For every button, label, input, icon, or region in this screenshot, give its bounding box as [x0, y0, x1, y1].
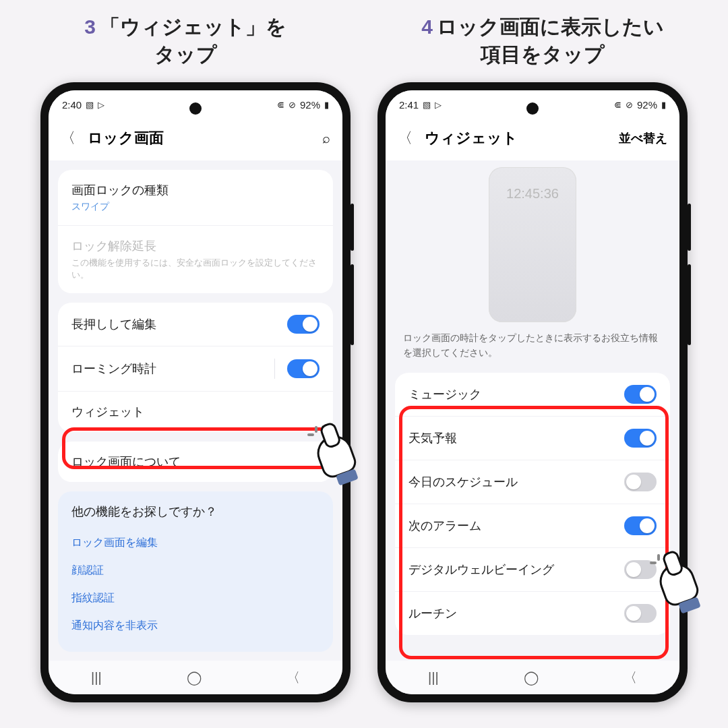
divider: [274, 359, 275, 379]
wifi-icon: ⋐: [614, 100, 621, 110]
camera-notch: [189, 102, 202, 115]
camera-notch: [526, 102, 539, 115]
page-title: ロック画面: [88, 128, 310, 148]
caption-step3: 3「ウィジェット」を タップ: [7, 13, 364, 69]
caption-4-line2: 項目をタップ: [364, 41, 721, 69]
row-title: ローミング時計: [71, 361, 265, 377]
card-more-features: 他の機能をお探しですか？ ロック画面を編集 顔認証 指紋認証 通知内容を非表示: [58, 491, 333, 652]
link-fingerprint[interactable]: 指紋認証: [71, 584, 320, 612]
row-title: ルーチン: [408, 605, 615, 621]
row-title: ウィジェット: [71, 404, 320, 420]
row-title: 次のアラーム: [408, 518, 615, 534]
card-lock-type: 画面ロックの種類 スワイプ ロック解除延長 この機能を使用するには、安全な画面ロ…: [58, 170, 333, 293]
battery-icon: ▮: [661, 100, 666, 110]
caption-4-line1: ロック画面に表示したい: [437, 16, 664, 38]
row-title: ミュージック: [408, 386, 615, 402]
app-bar: 〈 ロック画面 ⌕: [49, 119, 342, 160]
play-icon: ▷: [435, 100, 442, 110]
status-battery: 92%: [300, 99, 320, 111]
row-about-lockscreen[interactable]: ロック画面について: [58, 442, 333, 482]
no-signal-icon: ⊘: [289, 100, 296, 110]
app-bar: 〈 ウィジェット 並べ替え: [386, 119, 679, 160]
caption-3-line2: タップ: [7, 41, 364, 69]
toggle-wellbeing[interactable]: [624, 560, 657, 579]
nav-home-icon[interactable]: ◯: [187, 669, 202, 686]
row-alarm[interactable]: 次のアラーム: [395, 504, 670, 548]
more-features-title: 他の機能をお探しですか？: [71, 504, 320, 520]
hint-text: ロック画面の時計をタップしたときに表示するお役立ち情報を選択してください。: [386, 330, 679, 370]
row-music[interactable]: ミュージック: [395, 373, 670, 417]
caption-step4: 4ロック画面に表示したい 項目をタップ: [364, 13, 721, 69]
row-widgets[interactable]: ウィジェット: [58, 392, 333, 432]
lockscreen-preview: 12:45:36: [489, 167, 576, 322]
screen-right: 2:41 ▧ ▷ ⋐ ⊘ 92% ▮ 〈 ウィジェット 並べ替え 12:45:3…: [386, 90, 679, 694]
phone-left: 2:40 ▧ ▷ ⋐ ⊘ 92% ▮ 〈 ロック画面 ⌕: [40, 82, 351, 702]
nav-back-icon[interactable]: 〈: [624, 669, 637, 687]
row-title: ロック画面について: [71, 454, 320, 470]
row-title: 今日のスケジュール: [408, 474, 615, 490]
nav-recents-icon[interactable]: |||: [91, 670, 102, 686]
play-icon: ▷: [98, 100, 104, 110]
link-hide-notifications[interactable]: 通知内容を非表示: [71, 612, 320, 640]
card-widget-list: ミュージック 天気予報 今日のスケジュール 次のアラーム デジタルウェルビーイン…: [395, 373, 670, 635]
toggle-music[interactable]: [624, 385, 657, 404]
no-signal-icon: ⊘: [626, 100, 633, 110]
step-number-3: 3: [84, 16, 96, 38]
step-number-4: 4: [421, 16, 433, 38]
row-lock-type[interactable]: 画面ロックの種類 スワイプ: [58, 170, 333, 226]
nav-bar: ||| ◯ 〈: [386, 661, 679, 694]
back-icon[interactable]: 〈: [61, 128, 75, 148]
row-subtitle: この機能を使用するには、安全な画面ロックを設定してください。: [71, 257, 320, 281]
wifi-icon: ⋐: [277, 100, 284, 110]
battery-icon: ▮: [324, 100, 329, 110]
search-icon[interactable]: ⌕: [322, 131, 330, 146]
caption-3-line1: 「ウィジェット」を: [100, 16, 286, 38]
status-time: 2:40: [62, 99, 82, 111]
link-face-auth[interactable]: 顔認証: [71, 557, 320, 584]
phone-right: 2:41 ▧ ▷ ⋐ ⊘ 92% ▮ 〈 ウィジェット 並べ替え 12:45:3…: [377, 82, 688, 702]
row-title: デジタルウェルビーイング: [408, 562, 615, 578]
image-icon: ▧: [86, 100, 94, 110]
toggle-long-press[interactable]: [287, 315, 320, 334]
card-about: ロック画面について: [58, 442, 333, 482]
toggle-weather[interactable]: [624, 429, 657, 448]
image-icon: ▧: [423, 100, 431, 110]
nav-back-icon[interactable]: 〈: [286, 669, 300, 687]
row-title: 長押しして編集: [71, 316, 278, 332]
link-edit-lockscreen[interactable]: ロック画面を編集: [71, 529, 320, 557]
row-extend-unlock: ロック解除延長 この機能を使用するには、安全な画面ロックを設定してください。: [58, 226, 333, 293]
toggle-alarm[interactable]: [624, 516, 657, 535]
card-options: 長押しして編集 ローミング時計 ウィジェット: [58, 303, 333, 432]
row-title: ロック解除延長: [71, 238, 320, 254]
row-wellbeing[interactable]: デジタルウェルビーイング: [395, 548, 670, 592]
row-long-press-edit[interactable]: 長押しして編集: [58, 303, 333, 346]
row-roaming-clock[interactable]: ローミング時計: [58, 346, 333, 392]
row-subtitle: スワイプ: [71, 201, 320, 213]
reorder-button[interactable]: 並べ替え: [619, 130, 667, 146]
row-routine[interactable]: ルーチン: [395, 592, 670, 635]
row-title: 天気予報: [408, 430, 615, 446]
toggle-roaming[interactable]: [287, 359, 320, 378]
status-battery: 92%: [637, 99, 657, 111]
status-time: 2:41: [399, 99, 419, 111]
back-icon[interactable]: 〈: [398, 128, 413, 148]
nav-home-icon[interactable]: ◯: [524, 669, 539, 686]
toggle-routine[interactable]: [624, 604, 657, 623]
toggle-schedule[interactable]: [624, 473, 657, 491]
screen-left: 2:40 ▧ ▷ ⋐ ⊘ 92% ▮ 〈 ロック画面 ⌕: [49, 90, 342, 694]
nav-bar: ||| ◯ 〈: [49, 661, 342, 694]
page-title: ウィジェット: [425, 128, 607, 148]
row-schedule[interactable]: 今日のスケジュール: [395, 460, 670, 504]
preview-clock: 12:45:36: [506, 186, 559, 322]
nav-recents-icon[interactable]: |||: [428, 670, 439, 686]
row-title: 画面ロックの種類: [71, 182, 320, 198]
row-weather[interactable]: 天気予報: [395, 417, 670, 460]
